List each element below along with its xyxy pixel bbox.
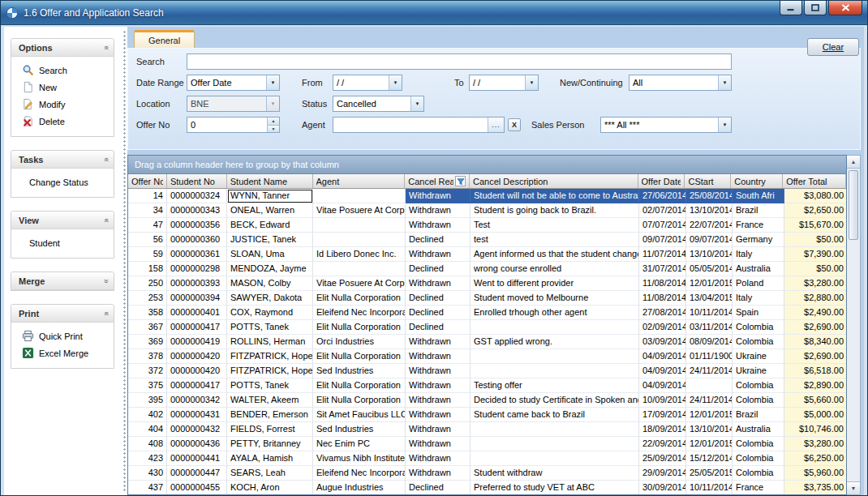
grid-cell[interactable]: Withdrawn bbox=[406, 218, 471, 233]
sidebar-panel-header-tasks[interactable]: Tasks« bbox=[11, 151, 114, 169]
grid-cell[interactable]: Withdrawn bbox=[406, 189, 471, 203]
grid-cell[interactable] bbox=[471, 422, 639, 437]
grid-cell[interactable] bbox=[313, 218, 406, 233]
grid-cell[interactable]: PETTY, Britanney bbox=[227, 437, 313, 451]
grid-cell[interactable]: Withdrawn bbox=[406, 393, 471, 408]
chevron-down-icon[interactable]: ▼ bbox=[389, 75, 402, 90]
grid-cell[interactable]: 378 bbox=[128, 349, 167, 364]
grid-cell[interactable]: 13/04/2015 bbox=[686, 291, 733, 306]
sidebar-item-change-status[interactable]: Change Status bbox=[11, 173, 114, 190]
grid-cell[interactable]: Student moved to Melbourne bbox=[471, 291, 639, 306]
grid-cell[interactable]: 253 bbox=[128, 291, 167, 306]
group-by-panel[interactable]: Drag a column header here to group by th… bbox=[128, 156, 846, 174]
grid-cell[interactable]: $2,890.00 bbox=[784, 378, 846, 393]
grid-cell[interactable]: 0000000360 bbox=[167, 233, 227, 247]
grid-cell[interactable]: Withdrawn bbox=[406, 247, 471, 262]
table-row[interactable]: 2500000000393MASON, ColbyVitae Posuere A… bbox=[128, 276, 846, 291]
grid-cell[interactable]: 24/11/2014 bbox=[686, 364, 733, 378]
chevron-down-icon[interactable]: ▼ bbox=[410, 96, 423, 111]
table-row[interactable]: 4020000000431BENDER, EmersonSit Amet Fau… bbox=[128, 408, 846, 422]
grid-cell[interactable]: Declined bbox=[406, 262, 471, 276]
grid-cell[interactable]: Withdrawn bbox=[406, 378, 471, 393]
grid-cell[interactable]: Australia bbox=[733, 262, 784, 276]
grid-cell[interactable]: ONEAL, Warren bbox=[227, 203, 313, 218]
grid-cell[interactable]: 03/09/2014 bbox=[639, 335, 686, 349]
table-row[interactable]: 4300000000447SEARS, LeahEleifend Nec Inc… bbox=[128, 466, 846, 481]
from-date-select[interactable]: / / ▼ bbox=[333, 75, 402, 91]
grid-cell[interactable]: 47 bbox=[128, 218, 167, 233]
grid-cell[interactable]: Nec Enim PC bbox=[313, 437, 406, 451]
grid-cell[interactable]: 0000000324 bbox=[167, 189, 227, 203]
table-row[interactable]: 470000000356BECK, EdwardWithdrawnTest07/… bbox=[128, 218, 846, 233]
grid-cell[interactable]: Italy bbox=[733, 291, 784, 306]
grid-cell[interactable]: 09/07/2014 bbox=[639, 233, 686, 247]
to-date-select[interactable]: / / ▼ bbox=[469, 75, 539, 91]
grid-cell[interactable]: Student will not be able to come to Aust… bbox=[471, 189, 639, 203]
grid-cell[interactable]: Vitae Posuere At Corpo bbox=[313, 276, 406, 291]
sidebar-item-delete[interactable]: Delete bbox=[11, 113, 114, 130]
grid-cell[interactable]: 07/07/2014 bbox=[639, 218, 686, 233]
grid-cell[interactable]: $15,670.00 bbox=[784, 218, 846, 233]
sidebar-panel-header-view[interactable]: View« bbox=[11, 212, 114, 229]
grid-cell[interactable]: Australia bbox=[733, 422, 784, 437]
grid-cell[interactable]: 11/07/2014 bbox=[639, 247, 686, 262]
grid-cell[interactable]: 04/09/2014 bbox=[639, 378, 686, 393]
grid-cell[interactable]: 22/09/2014 bbox=[639, 437, 686, 451]
grid-cell[interactable]: Brazil bbox=[733, 203, 784, 218]
grid-cell[interactable]: 0000000361 bbox=[167, 247, 227, 262]
grid-cell[interactable]: 0000000432 bbox=[167, 422, 227, 437]
sidebar-panel-header-merge[interactable]: Merge« bbox=[11, 272, 114, 290]
grid-cell[interactable] bbox=[471, 451, 639, 466]
grid-cell[interactable]: 250 bbox=[128, 276, 167, 291]
grid-cell[interactable]: Elit Nulla Corporation bbox=[313, 349, 406, 364]
agent-browse-button[interactable]: ... bbox=[488, 118, 504, 132]
grid-cell[interactable]: 402 bbox=[128, 408, 167, 422]
table-row[interactable]: 4370000000455KOCH, AronAugue IndustriesD… bbox=[128, 481, 846, 494]
agent-field[interactable]: ... bbox=[333, 117, 505, 133]
column-header-student-no[interactable]: Student No bbox=[167, 174, 227, 188]
grid-cell[interactable]: Spain bbox=[733, 306, 784, 320]
grid-cell[interactable]: Colombia bbox=[733, 451, 784, 466]
table-row[interactable]: 140000000324WYNN, TannerWithdrawnStudent… bbox=[128, 189, 846, 203]
grid-cell[interactable]: Testing offer bbox=[471, 378, 639, 393]
sidebar-item-student[interactable]: Student bbox=[11, 234, 114, 251]
grid-cell[interactable]: 11/08/2014 bbox=[639, 276, 686, 291]
grid-cell[interactable] bbox=[313, 233, 406, 247]
grid-cell[interactable]: Colombia bbox=[733, 466, 784, 481]
grid-cell[interactable]: Withdrawn bbox=[406, 349, 471, 364]
column-header-agent[interactable]: Agent bbox=[313, 174, 406, 188]
grid-cell[interactable]: 02/09/2014 bbox=[639, 320, 686, 335]
grid-cell[interactable]: 0000000417 bbox=[167, 378, 227, 393]
grid-cell[interactable]: 01/11/1900 bbox=[686, 349, 733, 364]
grid-cell[interactable]: COX, Raymond bbox=[227, 306, 313, 320]
grid-cell[interactable]: 430 bbox=[128, 466, 167, 481]
column-header-offer-total[interactable]: Offer Total bbox=[783, 174, 846, 188]
grid-cell[interactable]: Enrolled trhough other agent bbox=[471, 306, 639, 320]
table-row[interactable]: 3720000000420FITZPATRICK, HopeSed Indust… bbox=[128, 364, 846, 378]
chevron-down-icon[interactable]: ▼ bbox=[525, 75, 538, 90]
grid-cell[interactable]: 12/01/2015 bbox=[686, 276, 733, 291]
grid-cell[interactable]: Ukraine bbox=[733, 349, 784, 364]
grid-cell[interactable]: 358 bbox=[128, 306, 167, 320]
column-header-student-name[interactable]: Student Name bbox=[227, 174, 313, 188]
grid-cell[interactable]: Poland bbox=[733, 276, 784, 291]
column-header-cancel-description[interactable]: Cancel Description bbox=[470, 174, 638, 188]
grid-cell[interactable]: 25/05/2015 bbox=[686, 466, 733, 481]
grid-cell[interactable]: 13/10/2014 bbox=[686, 247, 733, 262]
grid-cell[interactable]: 08/09/2014 bbox=[686, 335, 733, 349]
spin-up-icon[interactable]: ▲ bbox=[268, 118, 279, 126]
grid-cell[interactable]: 0000000417 bbox=[167, 320, 227, 335]
grid-cell[interactable]: Declined bbox=[406, 233, 471, 247]
grid-cell[interactable]: 34 bbox=[128, 203, 167, 218]
grid-cell[interactable]: 12/01/2015 bbox=[686, 437, 733, 451]
sidebar-panel-header-options[interactable]: Options« bbox=[11, 39, 114, 57]
grid-cell[interactable]: $6,250.00 bbox=[784, 451, 846, 466]
maximize-button[interactable] bbox=[804, 1, 827, 15]
grid-cell[interactable]: 30/09/2014 bbox=[639, 481, 686, 494]
grid-cell[interactable]: Decided to study Certificate in Spoken a… bbox=[471, 393, 639, 408]
grid-cell[interactable]: POTTS, Tanek bbox=[227, 320, 313, 335]
grid-cell[interactable]: Germany bbox=[733, 233, 784, 247]
grid-cell[interactable]: $2,690.00 bbox=[784, 349, 846, 364]
grid-cell[interactable]: Elit Nulla Corporation bbox=[313, 378, 406, 393]
sidebar-splitter[interactable] bbox=[121, 27, 127, 495]
